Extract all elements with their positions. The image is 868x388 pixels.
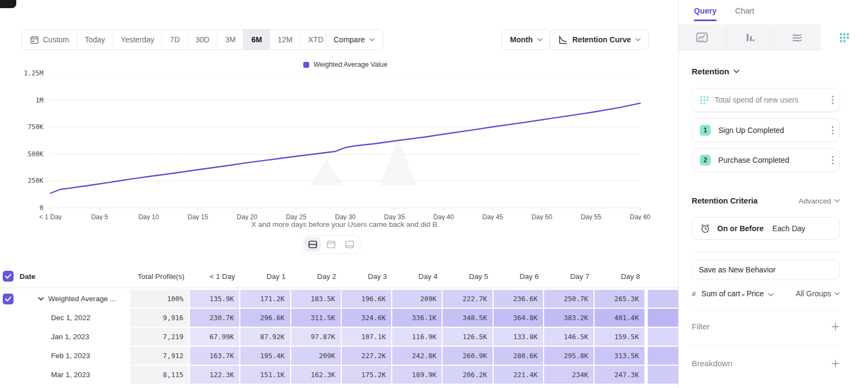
expand-caret-icon[interactable] (38, 297, 44, 301)
view-bottom-pane-button[interactable] (341, 237, 358, 252)
table-row[interactable]: Mar 1, 20238,115122.3K151.1K162.3K175.2K… (0, 366, 678, 384)
retention-value-cell[interactable]: 209K (291, 347, 342, 365)
table-row[interactable]: Dec 1, 20229,916230.7K296.6K311.5K324.6K… (0, 309, 678, 327)
retention-value-cell[interactable]: 163.7K (190, 347, 240, 365)
retention-value-cell[interactable]: 206.2K (443, 366, 493, 384)
retention-value-cell[interactable]: 247.3K (595, 366, 645, 384)
retention-value-cell[interactable]: 324.6K (342, 309, 392, 327)
retention-value-cell[interactable]: 67.99K (190, 328, 240, 346)
retention-value-cell[interactable]: 171.2K (240, 290, 291, 308)
retention-line-chart[interactable]: 0250K500K750K1M1.25M< 1 DayDay 5Day 10Da… (0, 69, 678, 220)
tab-funnels[interactable] (726, 24, 774, 50)
range-custom[interactable]: Custom (22, 30, 77, 49)
view-top-pane-button[interactable] (323, 237, 340, 252)
range-today[interactable]: Today (77, 30, 113, 49)
tab-flows[interactable] (774, 24, 821, 50)
add-filter-icon[interactable] (831, 322, 840, 331)
range-3m[interactable]: 3M (218, 30, 244, 49)
tab-insights[interactable] (679, 24, 726, 50)
tab-query[interactable]: Query (694, 7, 717, 24)
retention-value-cell[interactable]: 311.5K (291, 309, 342, 327)
retention-value-cell[interactable]: 133.8K (494, 328, 544, 346)
retention-value-cell[interactable]: 295.8K (544, 347, 595, 365)
add-breakdown-icon[interactable] (831, 359, 840, 368)
retention-value-cell[interactable]: 265.3K (595, 290, 645, 308)
range-6m[interactable]: 6M (244, 30, 270, 49)
chart-type-button[interactable]: Retention Curve (550, 29, 649, 50)
retention-value-cell[interactable]: 135.9K (190, 290, 240, 308)
retention-value-cell[interactable]: 260.9K (443, 347, 493, 365)
retention-value-cell[interactable]: 250.7K (544, 290, 595, 308)
kebab-menu-icon[interactable] (832, 96, 834, 104)
tab-chart[interactable]: Chart (735, 7, 754, 24)
tab-retention[interactable] (821, 24, 868, 50)
retention-value-cell[interactable]: 126.5K (443, 328, 493, 346)
retention-value-cell[interactable]: 116.9K (392, 328, 443, 346)
retention-value-cell[interactable]: 280.6K (494, 347, 544, 365)
header-day-col[interactable]: Day 1 (240, 265, 291, 288)
step-2-card[interactable]: 2 Purchase Completed (692, 148, 840, 172)
retention-value-cell[interactable]: 336.1K (392, 309, 443, 327)
retention-section-header[interactable]: Retention (692, 67, 840, 76)
retention-value-cell[interactable]: 242.8K (392, 347, 443, 365)
retention-value-cell[interactable]: 313.5K (595, 347, 645, 365)
header-day-col[interactable]: < 1 Day (190, 265, 240, 288)
retention-value-cell[interactable]: 227.2K (342, 347, 392, 365)
timing-card[interactable]: On or Before Each Day (692, 217, 840, 240)
retention-value-cell[interactable]: 175.2K (342, 366, 392, 384)
kebab-menu-icon[interactable] (832, 156, 834, 164)
retention-value-cell[interactable]: 234K (544, 366, 595, 384)
measure-property-dropdown[interactable]: Sum of cart ▸ Price (701, 289, 774, 298)
header-date[interactable]: Date (20, 265, 130, 288)
table-row[interactable]: Weighted Average ...100%135.9K171.2K183.… (0, 290, 678, 308)
header-day-col[interactable]: Day 7 (544, 265, 595, 288)
retention-value-cell[interactable]: 230.7K (190, 309, 240, 327)
retention-value-cell[interactable]: 221.4K (494, 366, 544, 384)
retention-value-cell[interactable]: 159.5K (595, 328, 645, 346)
header-day-col[interactable]: Day 2 (291, 265, 342, 288)
row-checkbox[interactable] (3, 294, 14, 304)
range-12m[interactable]: 12M (270, 30, 301, 49)
range-30d[interactable]: 30D (188, 30, 218, 49)
retention-value-cell[interactable]: 189.9K (392, 366, 443, 384)
behavior-card[interactable]: Total spend of new users (692, 88, 840, 112)
kebab-menu-icon[interactable] (832, 126, 834, 135)
retention-value-cell[interactable]: 348.5K (443, 309, 493, 327)
header-day-col[interactable]: Day 4 (392, 265, 443, 288)
criteria-mode-dropdown[interactable]: Advanced (799, 197, 840, 205)
save-as-new-behavior-button[interactable]: Save as New Behavior (692, 259, 840, 280)
retention-series-line[interactable] (50, 103, 640, 193)
retention-value-cell[interactable]: 162.3K (291, 366, 342, 384)
table-row[interactable]: Jan 1, 20237,21967.99K87.92K97.87K107.1K… (0, 328, 678, 346)
retention-value-cell[interactable]: 146.5K (544, 328, 595, 346)
header-total-profiles[interactable]: Total Profile(s) (130, 265, 190, 288)
header-day-col[interactable]: Day 3 (342, 265, 392, 288)
step-1-card[interactable]: 1 Sign Up Completed (692, 118, 840, 142)
chart-legend[interactable]: Weighted Average Value (50, 61, 640, 68)
compare-button[interactable]: Compare (326, 29, 383, 50)
select-all-checkbox[interactable] (3, 271, 14, 282)
retention-value-cell[interactable]: 196.6K (342, 290, 392, 308)
range-yesterday[interactable]: Yesterday (113, 30, 163, 49)
header-day-col[interactable]: Day 8 (595, 265, 645, 288)
granularity-button[interactable]: Month (502, 29, 551, 50)
retention-value-cell[interactable]: 97.87K (291, 328, 342, 346)
retention-value-cell[interactable]: 107.1K (342, 328, 392, 346)
header-day-col[interactable]: Day 6 (494, 265, 544, 288)
retention-value-cell[interactable]: 122.3K (190, 366, 240, 384)
retention-value-cell[interactable]: 209K (392, 290, 443, 308)
table-row[interactable]: Feb 1, 20237,912163.7K195.4K209K227.2K24… (0, 347, 678, 365)
retention-value-cell[interactable]: 383.2K (544, 309, 595, 327)
header-day-col[interactable]: Day 5 (443, 265, 493, 288)
range-7d[interactable]: 7D (162, 30, 188, 49)
retention-value-cell[interactable]: 222.7K (443, 290, 493, 308)
retention-value-cell[interactable]: 401.4K (595, 309, 645, 327)
retention-value-cell[interactable]: 195.4K (240, 347, 291, 365)
retention-value-cell[interactable]: 364.8K (494, 309, 544, 327)
retention-value-cell[interactable]: 151.1K (240, 366, 291, 384)
retention-value-cell[interactable]: 236.6K (494, 290, 544, 308)
groups-dropdown[interactable]: All Groups (796, 289, 840, 298)
view-split-middle-button[interactable] (304, 237, 321, 252)
retention-value-cell[interactable]: 183.5K (291, 290, 342, 308)
retention-value-cell[interactable]: 296.6K (240, 309, 291, 327)
